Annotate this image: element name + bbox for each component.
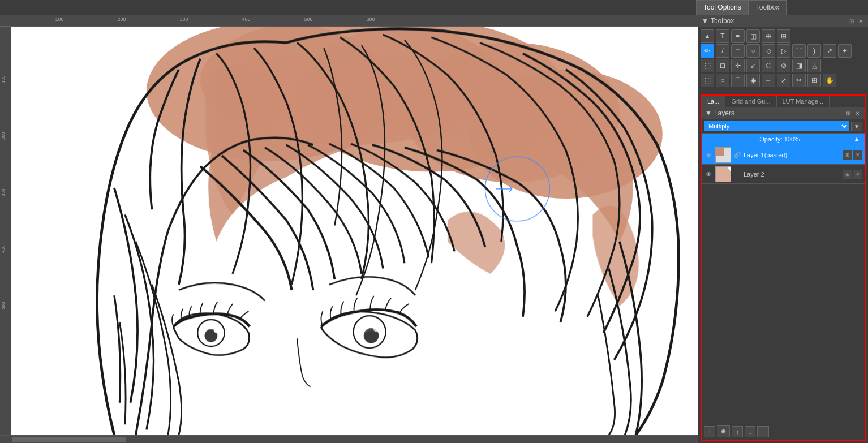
layers-tab-grid[interactable]: Grid and Gu... [725,96,776,107]
add-group-btn[interactable]: ⊕ [717,425,730,437]
filter-btn[interactable]: ▼ [851,122,862,131]
toolbox-float-btn[interactable]: ⊞ [848,18,856,25]
tool-line[interactable]: / [716,44,729,58]
tool-arrow[interactable]: ▷ [777,44,790,58]
move-up-btn[interactable]: ↑ [732,426,743,437]
tool-select-freehand[interactable]: ⌒ [731,74,745,87]
tool-text[interactable]: T [716,29,729,43]
toolbox-header: ▼ Toolbox ⊞ ✕ [698,15,868,27]
tool-diamond[interactable]: ◇ [762,44,775,58]
layer-2-thumbnail [715,166,731,182]
toolbox-section: ▼ Toolbox ⊞ ✕ ▲ T ✒ ◫ ⊕ ⊞ [698,15,868,92]
tool-calligraphy[interactable]: ✒ [731,29,745,43]
tool-row-3: ⬚ ⊡ ✛ ↙ ⬡ ⊘ ◨ △ [701,59,866,72]
layer-options-btn[interactable]: ≡ [757,426,768,437]
tool-rows: ▲ T ✒ ◫ ⊕ ⊞ ✏ / □ ○ ◇ ▷ ⌒ ) ↗ [698,27,868,89]
canvas-row: 100200300400500 [0,27,698,435]
tool-transform[interactable]: ↔ [762,74,775,87]
tool-move[interactable]: ✛ [731,59,745,72]
h-scroll-thumb[interactable] [12,437,126,442]
opacity-decrease-btn[interactable]: ▲ [853,135,860,143]
add-layer-btn[interactable]: + [704,426,715,437]
layer-item-1[interactable]: 👁 🔗 Layer 1(pasted) ⊞ ✕ [702,145,865,165]
svg-rect-17 [716,148,724,156]
tool-select-contiguous[interactable]: ◉ [746,74,760,87]
drawing-canvas[interactable] [11,27,698,435]
layer-2-actions: ⊞ ✕ [843,170,862,179]
tool-cursor[interactable]: ▲ [701,29,714,43]
tool-options-tab[interactable]: Tool Options [696,0,749,15]
tool-select-node[interactable]: ⊡ [716,59,729,72]
layer-1-link-icon[interactable]: 🔗 [733,152,741,158]
layers-header: ▼ Layers ⊞ ✕ [702,107,865,119]
tool-ellipse[interactable]: ○ [746,44,760,58]
tool-zoom[interactable]: ⊞ [807,74,821,87]
toolbox-label: Toolbox [711,17,734,25]
tool-rect[interactable]: □ [731,44,745,58]
toolbox-controls: ⊞ ✕ [848,18,865,25]
tool-heal[interactable]: ⊕ [762,29,775,43]
horizontal-ruler: 100200300400500600 [11,15,698,27]
layers-tab-lut[interactable]: LUT Manage... [777,96,830,107]
ruler-corner [0,15,11,27]
tool-pan[interactable]: ✋ [823,74,836,87]
tool-row-1: ▲ T ✒ ◫ ⊕ ⊞ [701,29,866,43]
ruler-h-content: 100200300400500600 [11,15,698,27]
canvas-wrapper: 100200300400500600 100200300400500 [0,15,698,443]
tool-pattern[interactable]: ⊞ [777,29,790,43]
top-tab-bar: Tool Options Toolbox [0,0,868,15]
toolbox-collapse-icon[interactable]: ▼ [702,17,708,25]
layer-1-visibility-btn[interactable]: 👁 [704,150,713,160]
tool-bezier[interactable]: ⌒ [792,44,806,58]
vertical-ruler: 100200300400500 [0,27,11,435]
blend-mode-select[interactable]: Multiply Normal Screen Overlay [704,121,849,131]
tool-star[interactable]: ✦ [838,44,852,58]
layer-1-name: Layer 1(pasted) [744,152,841,158]
layer-1-action-1[interactable]: ⊞ [843,150,852,160]
tool-rotate[interactable]: ↙ [746,59,760,72]
right-panel: ▼ Toolbox ⊞ ✕ ▲ T ✒ ◫ ⊕ ⊞ [698,15,868,443]
canvas-viewport[interactable] [11,27,698,435]
toolbox-tab[interactable]: Toolbox [749,0,787,15]
layers-tab-layers[interactable]: La... [702,96,725,107]
svg-point-8 [214,328,220,333]
layers-panel: La... Grid and Gu... LUT Manage... ▼ Lay… [701,94,866,441]
layers-tabs: La... Grid and Gu... LUT Manage... [702,96,865,107]
layer-item-2[interactable]: 👁 Layer 2 ⊞ ✕ [702,165,865,184]
tool-clone[interactable]: ◫ [746,29,760,43]
layer-1-actions: ⊞ ✕ [843,150,862,160]
layer-2-visibility-btn[interactable]: 👁 [704,170,713,179]
layers-float-btn[interactable]: ⊞ [844,110,852,117]
tool-select-lasso[interactable]: ⬚ [701,74,714,87]
tool-perspective[interactable]: △ [807,59,821,72]
tool-select-rect[interactable]: ⬚ [701,59,714,72]
tool-warp[interactable]: ⤢ [777,74,790,87]
layer-2-action-2[interactable]: ✕ [853,170,862,179]
layer-2-action-1[interactable]: ⊞ [843,170,852,179]
layers-footer: + ⊕ ↑ ↓ ≡ [702,423,865,440]
layers-controls: ⊞ ✕ [844,110,861,117]
tool-select-ellipse[interactable]: ○ [716,74,729,87]
opacity-row: Opacity: 100% ▲ [702,134,865,145]
main-area: 100200300400500600 100200300400500 [0,15,868,443]
tool-row-4: ⬚ ○ ⌒ ◉ ↔ ⤢ ✂ ⊞ ✋ [701,74,866,87]
layer-2-name: Layer 2 [744,171,841,178]
tool-spiral[interactable]: ↗ [823,44,836,58]
tool-eraser[interactable]: ◨ [792,59,806,72]
horizontal-scrollbar[interactable] [0,435,698,443]
tool-fill[interactable]: ⬡ [762,59,775,72]
tool-crop[interactable]: ✂ [792,74,806,87]
layer-1-action-2[interactable]: ✕ [853,150,862,160]
tool-row-2: ✏ / □ ○ ◇ ▷ ⌒ ) ↗ ✦ [701,44,866,58]
tool-pencil[interactable]: ✏ [701,44,714,58]
tool-dropper[interactable]: ⊘ [777,59,790,72]
layers-close-btn[interactable]: ✕ [853,110,861,117]
toolbox-close-btn[interactable]: ✕ [857,18,865,25]
toolbox-title: ▼ Toolbox [702,17,734,25]
tool-arc[interactable]: ) [807,44,821,58]
svg-point-11 [373,325,380,332]
move-down-btn[interactable]: ↓ [745,426,756,437]
layers-list: 👁 🔗 Layer 1(pasted) ⊞ ✕ [702,145,865,423]
layers-collapse-icon[interactable]: ▼ [705,109,712,117]
blend-row: Multiply Normal Screen Overlay ▼ [702,119,865,134]
